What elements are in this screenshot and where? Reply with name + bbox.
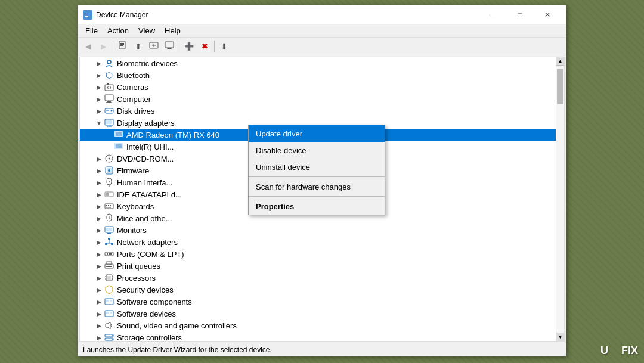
intel-icon: [113, 141, 124, 152]
menu-file[interactable]: File: [80, 25, 103, 36]
window-title: Device Manager: [96, 11, 479, 19]
ctx-properties[interactable]: Properties: [249, 198, 385, 215]
pc-icon: [165, 41, 174, 52]
computer-icon: [104, 94, 114, 104]
back-button[interactable]: ◀: [80, 39, 95, 54]
svg-rect-52: [107, 233, 111, 234]
svg-rect-2: [85, 14, 87, 14]
toolbar: ◀ ▶ ⬆: [78, 38, 566, 55]
scroll-down-button[interactable]: ▼: [556, 333, 564, 341]
tree-item-biometric[interactable]: ▶ Biometric devices: [80, 57, 564, 69]
menu-bar: File Action View Help: [78, 24, 566, 38]
expand-arrow: ▶: [94, 72, 104, 79]
add-device-button[interactable]: ➕: [182, 39, 196, 54]
menu-help[interactable]: Help: [160, 25, 185, 36]
scrollbar[interactable]: ▲ ▼: [556, 57, 564, 341]
softwarecomp-icon: [104, 296, 114, 307]
tree-item-computer[interactable]: ▶ Computer: [80, 93, 564, 105]
close-button[interactable]: ✕: [534, 6, 561, 24]
tree-item-cameras[interactable]: ▶ Cameras: [80, 81, 564, 93]
ctx-uninstall-device[interactable]: Uninstall device: [249, 159, 385, 175]
tree-item-softwaredev[interactable]: ▶ Software devices: [80, 308, 564, 319]
download-button[interactable]: ⬇: [217, 39, 231, 54]
svg-rect-61: [110, 253, 112, 255]
remove-device-button[interactable]: ✖: [197, 39, 212, 54]
svg-point-15: [107, 60, 111, 64]
maximize-button[interactable]: □: [506, 6, 534, 24]
ctx-disable-device[interactable]: Disable device: [249, 142, 385, 159]
svg-rect-26: [106, 120, 112, 124]
ctx-separator-1: [249, 176, 385, 177]
svg-rect-1: [85, 11, 87, 13]
tree-item-sound[interactable]: ▶ Sound, video and game controllers: [80, 319, 564, 331]
sound-label: Sound, video and game controllers: [117, 321, 237, 330]
toolbar-separator-2: [179, 41, 179, 52]
svg-rect-60: [109, 253, 110, 255]
processors-icon: [104, 272, 114, 283]
expand-arrow: ▶: [94, 84, 104, 91]
expand-arrow: ▶: [94, 191, 104, 198]
corner-u-badge: U: [600, 345, 608, 357]
softwarecomp-label: Software components: [117, 297, 192, 306]
tree-item-security[interactable]: ▶ Security devices: [80, 284, 564, 296]
toolbar-separator-3: [214, 41, 215, 52]
tree-item-storage[interactable]: ▶ Storage controllers: [80, 331, 564, 342]
tree-item-monitors[interactable]: ▶ Monitors: [80, 224, 564, 236]
expand-arrow: ▶: [94, 299, 104, 305]
properties-button[interactable]: [116, 39, 130, 54]
security-label: Security devices: [117, 286, 174, 294]
storage-icon: [104, 332, 114, 342]
tree-item-softwarecomp[interactable]: ▶ Software components: [80, 296, 564, 308]
svg-rect-6: [120, 43, 124, 44]
bluetooth-label: Bluetooth: [117, 71, 150, 80]
scroll-up-button[interactable]: ▲: [556, 57, 564, 66]
ports-label: Ports (COM & LPT): [117, 250, 184, 259]
minimize-button[interactable]: —: [479, 6, 506, 24]
printqueues-icon: [104, 260, 114, 271]
scroll-thumb[interactable]: [557, 69, 564, 104]
ctx-separator-2: [249, 196, 385, 197]
update-icon: ⬆: [135, 42, 142, 51]
softwaredev-label: Software devices: [117, 309, 176, 318]
ctx-update-driver[interactable]: Update driver: [249, 125, 385, 142]
svg-point-23: [111, 110, 113, 112]
corner-fix-badge: FIX: [621, 345, 638, 357]
firmware-label: Firmware: [117, 166, 149, 175]
pc-view-button[interactable]: [162, 39, 177, 54]
biometric-icon: [104, 58, 114, 69]
forward-button[interactable]: ▶: [96, 39, 110, 54]
tree-item-bluetooth[interactable]: ▶ ⬡ Bluetooth: [80, 69, 564, 81]
tree-item-ports[interactable]: ▶ Ports (COM & LPT): [80, 248, 564, 260]
ports-icon: [104, 249, 114, 259]
svg-rect-30: [116, 132, 122, 136]
svg-rect-12: [165, 42, 174, 48]
svg-point-37: [108, 169, 110, 172]
firmware-icon: [104, 165, 114, 176]
tree-item-printqueues[interactable]: ▶ Print queues: [80, 260, 564, 272]
svg-point-80: [112, 335, 113, 336]
expand-arrow: ▶: [94, 215, 104, 222]
update-driver-button[interactable]: ⬆: [131, 39, 145, 54]
monitors-label: Monitors: [117, 226, 147, 235]
tree-item-processors[interactable]: ▶ Processors: [80, 272, 564, 284]
expand-arrow: ▶: [94, 239, 104, 246]
scan-button[interactable]: [147, 39, 161, 54]
svg-rect-3: [85, 15, 88, 15]
tree-item-diskdrives[interactable]: ▶ Disk drives: [80, 105, 564, 117]
svg-marker-77: [106, 322, 110, 329]
expand-arrow: ▶: [94, 263, 104, 269]
svg-rect-53: [108, 238, 110, 240]
menu-view[interactable]: View: [134, 25, 160, 36]
ide-label: IDE ATA/ATAPI d...: [117, 190, 182, 199]
tree-item-network[interactable]: ▶ Network adapters: [80, 236, 564, 248]
properties-icon: [118, 41, 128, 52]
keyboards-label: Keyboards: [117, 202, 154, 211]
intel-label: Intel(R) UHI...: [126, 142, 174, 151]
svg-rect-72: [106, 300, 109, 302]
ctx-scan-hardware[interactable]: Scan for hardware changes: [249, 178, 385, 195]
amd-icon: [113, 129, 124, 140]
menu-action[interactable]: Action: [103, 25, 134, 36]
hid-icon: [104, 177, 114, 188]
scan-icon: [149, 41, 159, 52]
network-label: Network adapters: [117, 238, 178, 247]
